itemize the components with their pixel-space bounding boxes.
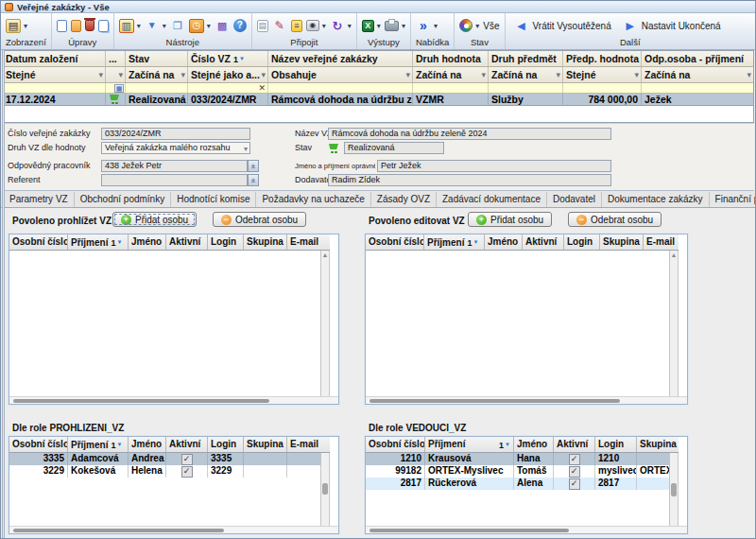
chevron-down-icon[interactable]: ▾: [348, 22, 352, 30]
excel-icon[interactable]: [362, 20, 374, 32]
merge-icon[interactable]: [170, 19, 185, 33]
history-icon[interactable]: [189, 19, 204, 33]
tab-zasady-ovz[interactable]: Zásady OVZ: [371, 192, 437, 207]
chevron-down-icon[interactable]: ▾: [377, 22, 381, 30]
filter-input-cislo[interactable]: [188, 83, 268, 93]
filter-combo-cislo[interactable]: Stejné jako a...: [188, 67, 268, 82]
contract-name-field[interactable]: Rámcová dohoda na údržbu zeleně 2024: [328, 128, 611, 140]
horizontal-scrollbar[interactable]: [366, 396, 687, 404]
add-person-edit-button[interactable]: Přidat osobu: [468, 212, 552, 227]
remove-person-view-button[interactable]: Odebrat osobu: [213, 212, 306, 227]
responsible-worker-field[interactable]: 438 Ježek Petr: [101, 160, 248, 172]
filter-input-predp-hodnota[interactable]: [563, 83, 642, 93]
horizontal-scrollbar[interactable]: [9, 396, 338, 404]
chevron-down-icon[interactable]: ▾: [475, 22, 479, 30]
vertical-scrollbar[interactable]: ▲: [320, 251, 329, 396]
active-checkbox[interactable]: [569, 466, 580, 478]
status-field[interactable]: Realizovaná: [344, 142, 444, 154]
scroll-up-icon[interactable]: ▲: [670, 252, 678, 258]
horizontal-scrollbar[interactable]: [9, 526, 338, 533]
menu-arrows-icon[interactable]: [416, 19, 431, 33]
delete-icon[interactable]: [85, 20, 94, 31]
list-icon[interactable]: [291, 20, 302, 32]
filter-combo-stav[interactable]: Začíná na: [126, 67, 188, 82]
col-header-datum[interactable]: Datum založení: [3, 51, 106, 66]
status-filter-value[interactable]: Vše: [483, 21, 499, 31]
filter-input-datum[interactable]: [3, 83, 106, 93]
pen-icon[interactable]: [272, 19, 287, 33]
active-checkbox[interactable]: [569, 478, 580, 490]
col-header-druh-hodnota[interactable]: Druh hodnota: [413, 51, 489, 66]
tab-parametry-vz[interactable]: Parametry VZ: [4, 192, 75, 207]
table-row[interactable]: 1210 Krausová Hana 1210: [366, 453, 678, 465]
stats-icon[interactable]: [215, 19, 230, 33]
supplier-field[interactable]: Radim Zídek: [328, 174, 611, 186]
chevron-down-icon[interactable]: ▾: [137, 22, 141, 30]
filter-input-stav[interactable]: [126, 83, 188, 93]
edit-doc-icon[interactable]: [71, 20, 81, 32]
filter-combo-nazev[interactable]: Obsahuje: [268, 67, 413, 82]
contract-row[interactable]: 17.12.2024 Realizovaná 033/2024/ZMR Rámc…: [3, 94, 753, 106]
table-row[interactable]: 2817 Rückerová Alena 2817: [366, 478, 678, 490]
remove-person-edit-button[interactable]: Odebrat osobu: [568, 212, 662, 227]
vertical-scrollbar[interactable]: ▲: [669, 251, 678, 396]
chevron-down-icon[interactable]: ▾: [207, 22, 211, 30]
chevron-down-icon[interactable]: ▾: [322, 22, 326, 30]
scrollbar-thumb[interactable]: [13, 529, 224, 532]
filter-combo-odp-osoba[interactable]: Začíná na: [642, 67, 753, 82]
column-filter-icon[interactable]: [119, 19, 134, 33]
col-header-cislo[interactable]: Číslo VZ1: [188, 51, 268, 66]
table-row[interactable]: 99182 ORTEX-Myslivec Tomáš myslivec ORTE…: [366, 465, 678, 478]
filter-combo-druh-hodnota[interactable]: Začíná na: [413, 67, 489, 82]
horizontal-scrollbar[interactable]: [366, 526, 687, 533]
lookup-button[interactable]: [248, 160, 259, 172]
col-header-druh-predmet[interactable]: Druh předmět: [489, 51, 563, 66]
referent-field[interactable]: [101, 174, 248, 186]
scrollbar-thumb[interactable]: [322, 483, 328, 495]
filter-input-druh-hodnota[interactable]: [413, 83, 489, 93]
contract-type-combo[interactable]: Veřejná zakázka malého rozsahu: [101, 142, 250, 154]
chevron-down-icon[interactable]: ▾: [24, 22, 27, 30]
copy-doc-icon[interactable]: [98, 20, 109, 32]
scroll-up-icon[interactable]: ▲: [321, 252, 329, 258]
scrollbar-thumb[interactable]: [369, 529, 569, 532]
tab-zadavaci-dokumentace[interactable]: Zadávací dokumentace: [437, 192, 547, 207]
col-header-icon[interactable]: ...: [106, 51, 126, 66]
table-row[interactable]: 3335 Adamcová Andrea 3335: [9, 453, 329, 465]
vertical-scrollbar[interactable]: [669, 453, 678, 526]
note-icon[interactable]: [257, 20, 268, 32]
contract-number-field[interactable]: 033/2024/ZMR: [101, 128, 250, 140]
grid-lookup-icon[interactable]: [114, 84, 124, 93]
filter-icon[interactable]: [145, 19, 160, 33]
add-person-view-button[interactable]: Přidat osobu: [112, 212, 197, 227]
vertical-scrollbar[interactable]: [320, 453, 329, 526]
col-header-stav[interactable]: Stav: [126, 51, 188, 66]
print-icon[interactable]: [385, 21, 399, 31]
view-icon[interactable]: [6, 19, 21, 33]
chevron-down-icon[interactable]: ▾: [163, 22, 166, 30]
scrollbar-thumb[interactable]: [13, 399, 269, 403]
col-header-predp-hodnota[interactable]: Předp. hodnota: [563, 51, 642, 66]
refresh-icon[interactable]: [330, 19, 345, 33]
chevron-down-icon[interactable]: ▾: [434, 22, 438, 30]
scrollbar-thumb[interactable]: [369, 399, 620, 403]
col-header-nazev[interactable]: Název veřejné zakázky: [268, 51, 413, 66]
filter-input-icon[interactable]: [106, 83, 126, 93]
chevron-down-icon[interactable]: ▾: [402, 22, 405, 30]
filter-input-nazev[interactable]: [268, 83, 413, 93]
active-checkbox[interactable]: [181, 454, 193, 465]
table-row[interactable]: 3229 Kokešová Helena 3229: [9, 465, 329, 478]
left-splitter[interactable]: [2, 50, 5, 538]
return-awarded-button[interactable]: Vrátit Vysoutěžená: [510, 19, 615, 33]
col-header-odp-osoba[interactable]: Odp.osoba - příjmení: [642, 51, 753, 66]
help-icon[interactable]: [233, 19, 247, 32]
camera-icon[interactable]: [306, 20, 319, 31]
active-checkbox[interactable]: [181, 466, 193, 478]
clear-filter-icon[interactable]: [258, 83, 266, 93]
tab-obchodni-podminky[interactable]: Obchodní podmínky: [75, 192, 172, 207]
filter-input-druh-predmet[interactable]: [489, 83, 563, 93]
lookup-button[interactable]: [248, 174, 259, 186]
scrollbar-thumb[interactable]: [671, 483, 677, 496]
filter-combo-druh-predmet[interactable]: Začíná na: [489, 67, 563, 82]
filter-combo-icon[interactable]: [106, 67, 126, 82]
